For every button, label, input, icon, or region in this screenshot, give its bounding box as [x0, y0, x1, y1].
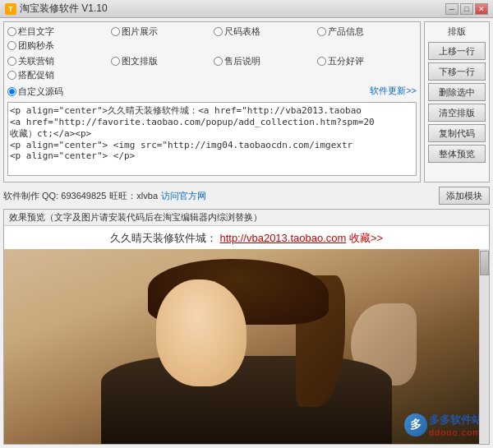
radio-label-promo: 搭配促销 [18, 69, 54, 81]
preview-link[interactable]: http://vba2013.taobao.com [219, 232, 346, 244]
main-container: 栏目文字 图片展示 尺码表格 产品信息 团购秒杀 [0, 18, 493, 448]
radio-groupbuy[interactable] [7, 41, 16, 50]
title-bar-left: T 淘宝装修软件 V1.10 [5, 2, 108, 16]
app-icon: T [5, 3, 16, 15]
watermark-logo: 多 多多软件站 ddooo.com [404, 413, 482, 437]
radio-item-bar-text[interactable]: 栏目文字 [7, 25, 108, 38]
bottom-bar: 软件制作 QQ: 693649825 旺旺：xlvba 访问官方网 添加模块 [3, 185, 490, 206]
radio-item-layout[interactable]: 图文排版 [111, 55, 211, 67]
code-textarea[interactable]: <p align="center">久久晴天装修软件城：<a href="htt… [7, 102, 417, 176]
radio-item-promo[interactable]: 搭配促销 [7, 69, 108, 81]
radio-item-groupbuy[interactable]: 团购秒杀 [7, 39, 108, 52]
radio-promo[interactable] [7, 71, 16, 80]
radio-label-marketing: 关联营销 [18, 55, 54, 67]
radio-item-product[interactable]: 产品信息 [317, 25, 417, 38]
face-skin [156, 279, 246, 386]
scrollbar[interactable] [479, 249, 489, 444]
radio-bar-text[interactable] [7, 27, 16, 36]
preview-image-container: 多 多多软件站 ddooo.com [4, 249, 489, 444]
watermark-cn: 多多软件站 [429, 413, 482, 427]
radio-product[interactable] [317, 27, 326, 36]
watermark: 多 多多软件站 ddooo.com [404, 413, 482, 437]
preview-section: 效果预览（文字及图片请安装代码后在淘宝编辑器内综浏替换） 久久晴天装修软件城： … [3, 209, 490, 445]
right-panel: 排版 上移一行 下移一行 删除选中 清空排版 复制代码 整体预览 [424, 21, 490, 182]
radio-label-custom: 自定义源码 [18, 85, 63, 98]
radio-label-review: 五分好评 [328, 55, 364, 67]
radio-image[interactable] [111, 27, 120, 36]
add-module-button[interactable]: 添加模块 [439, 187, 490, 205]
radio-aftersale[interactable] [214, 57, 223, 66]
radio-review[interactable] [317, 57, 326, 66]
clear-layout-button[interactable]: 清空排版 [428, 104, 486, 122]
official-site-link[interactable]: 访问官方网 [161, 190, 206, 202]
preview-collect: 收藏>> [349, 232, 383, 244]
radio-layout[interactable] [111, 57, 120, 66]
watermark-icon: 多 [404, 413, 427, 436]
radio-item-marketing[interactable]: 关联营销 [7, 55, 108, 67]
radio-label-groupbuy: 团购秒杀 [18, 39, 54, 52]
custom-source-row: 自定义源码 软件更新>> [7, 85, 417, 99]
radio-label-image: 图片展示 [122, 25, 158, 38]
maximize-button[interactable]: □ [460, 3, 473, 15]
radio-label-aftersale: 售后说明 [224, 55, 260, 67]
radio-label-bar-text: 栏目文字 [18, 25, 54, 38]
up-row-button[interactable]: 上移一行 [428, 42, 486, 60]
window-controls: ─ □ ✕ [445, 3, 488, 15]
preview-image: 多 多多软件站 ddooo.com [4, 249, 489, 444]
watermark-en: ddooo.com [429, 427, 482, 437]
minimize-button[interactable]: ─ [445, 3, 458, 15]
software-update-link[interactable]: 软件更新>> [370, 85, 417, 97]
delete-selected-button[interactable]: 删除选中 [428, 83, 486, 101]
radio-item-review[interactable]: 五分好评 [317, 55, 417, 67]
radio-group-row1: 栏目文字 图片展示 尺码表格 产品信息 团购秒杀 [7, 25, 417, 52]
title-bar: T 淘宝装修软件 V1.10 ─ □ ✕ [0, 0, 493, 18]
watermark-cn-text: 多多软件站 ddooo.com [429, 413, 482, 437]
scrollbar-thumb[interactable] [480, 251, 489, 275]
radio-label-layout: 图文排版 [122, 55, 158, 67]
radio-item-image[interactable]: 图片展示 [111, 25, 211, 38]
radio-label-size: 尺码表格 [224, 25, 260, 38]
radio-item-size[interactable]: 尺码表格 [214, 25, 314, 38]
radio-item-custom[interactable]: 自定义源码 [7, 85, 63, 98]
preview-content: 久久晴天装修软件城： http://vba2013.taobao.com 收藏>… [4, 226, 489, 444]
layout-panel-title: 排版 [428, 25, 486, 38]
radio-label-product: 产品信息 [328, 25, 364, 38]
copy-code-button[interactable]: 复制代码 [428, 124, 486, 142]
down-row-button[interactable]: 下移一行 [428, 62, 486, 81]
preview-header: 效果预览（文字及图片请安装代码后在淘宝编辑器内综浏替换） [4, 210, 489, 226]
preview-all-button[interactable]: 整体预览 [428, 145, 486, 163]
radio-size[interactable] [214, 27, 223, 36]
radio-custom[interactable] [7, 87, 16, 96]
close-button[interactable]: ✕ [475, 3, 488, 15]
preview-title: 久久晴天装修软件城： http://vba2013.taobao.com 收藏>… [110, 226, 383, 249]
radio-group-row2: 关联营销 图文排版 售后说明 五分好评 搭配促销 [7, 55, 417, 81]
top-section: 栏目文字 图片展示 尺码表格 产品信息 团购秒杀 [3, 21, 490, 182]
radio-marketing[interactable] [7, 57, 16, 66]
left-panel: 栏目文字 图片展示 尺码表格 产品信息 团购秒杀 [3, 21, 421, 182]
clothing [101, 356, 392, 444]
radio-item-aftersale[interactable]: 售后说明 [214, 55, 314, 67]
qq-info: 软件制作 QQ: 693649825 [3, 190, 106, 202]
window-title: 淘宝装修软件 V1.10 [20, 2, 108, 16]
bottom-info: 软件制作 QQ: 693649825 旺旺：xlvba 访问官方网 [3, 190, 206, 202]
user-info: 旺旺：xlvba [109, 190, 158, 202]
preview-title-text: 久久晴天装修软件城： [110, 232, 217, 244]
